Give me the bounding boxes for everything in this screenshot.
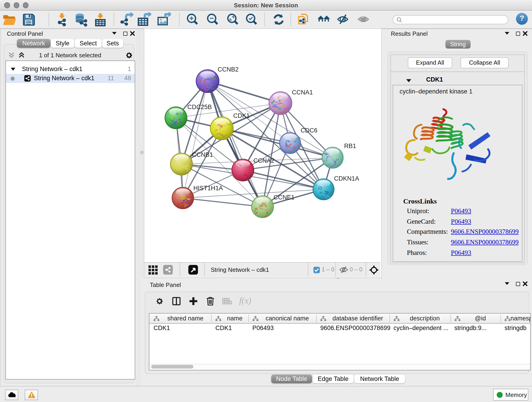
- svg-text:CCNB1: CCNB1: [192, 151, 213, 158]
- svg-text:RB1: RB1: [344, 143, 356, 149]
- svg-text:CCNE1: CCNE1: [273, 194, 295, 201]
- svg-text:CCNA1: CCNA1: [292, 89, 313, 96]
- svg-text:CDC6: CDC6: [301, 127, 317, 134]
- svg-text:HIST1H1A: HIST1H1A: [193, 185, 223, 191]
- svg-text:CDC25B: CDC25B: [187, 104, 212, 110]
- svg-text:CDKN1A: CDKN1A: [334, 175, 359, 182]
- svg-text:CDK1: CDK1: [233, 112, 250, 119]
- svg-text:CCNA2: CCNA2: [253, 157, 274, 164]
- svg-text:CCNB2: CCNB2: [218, 66, 239, 73]
